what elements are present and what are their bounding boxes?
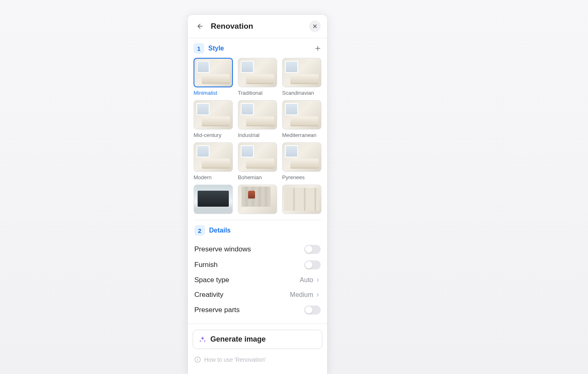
renovation-panel: Renovation 1 Style MinimalistTraditional… xyxy=(188,15,327,374)
style-label: Bohemian xyxy=(238,174,277,180)
style-thumbnail xyxy=(282,58,321,87)
svg-point-7 xyxy=(197,358,198,358)
close-button[interactable] xyxy=(309,21,321,32)
preserve-windows-label: Preserve windows xyxy=(194,245,251,253)
style-thumbnail xyxy=(194,100,233,130)
preserve-parts-label: Preserve parts xyxy=(194,306,240,314)
sparkle-icon xyxy=(199,336,206,343)
arrow-left-icon xyxy=(196,23,204,30)
style-card-item-11[interactable] xyxy=(282,185,321,217)
style-label: Industrial xyxy=(238,132,277,138)
style-card-minimalist[interactable]: Minimalist xyxy=(194,58,233,96)
panel-header: Renovation xyxy=(188,15,327,38)
details-section-title: Details xyxy=(209,227,230,234)
style-card-modern[interactable]: Modern xyxy=(194,142,233,180)
space-type-row: Space type Auto xyxy=(194,273,321,287)
creativity-value: Medium xyxy=(290,291,313,299)
furnish-row: Furnish xyxy=(194,257,321,273)
style-thumbnail xyxy=(238,185,277,214)
style-card-traditional[interactable]: Traditional xyxy=(238,58,277,96)
info-icon xyxy=(194,356,201,363)
style-thumbnail xyxy=(194,185,233,214)
how-to-use-hint[interactable]: How to use 'Renovation' xyxy=(188,352,327,363)
plus-icon xyxy=(314,45,321,52)
style-label: Minimalist xyxy=(194,90,233,96)
step-badge-2: 2 xyxy=(194,225,205,236)
style-card-bohemian[interactable]: Bohemian xyxy=(238,142,277,180)
back-button[interactable] xyxy=(194,21,206,32)
preserve-windows-row: Preserve windows xyxy=(194,242,321,257)
style-label: Mediterranean xyxy=(282,132,321,138)
chevron-right-icon xyxy=(315,292,321,298)
style-thumbnail xyxy=(238,142,277,172)
furnish-toggle[interactable] xyxy=(304,260,321,269)
style-section-title: Style xyxy=(208,45,224,52)
style-label: Pyrenees xyxy=(282,174,321,180)
style-thumbnail xyxy=(238,100,277,130)
style-thumbnail xyxy=(238,58,277,87)
step-badge-1: 1 xyxy=(194,43,204,54)
style-card-industrial[interactable]: Industrial xyxy=(238,100,277,138)
style-label: Modern xyxy=(194,174,233,180)
style-label: Mid-century xyxy=(194,132,233,138)
style-card-item-9[interactable] xyxy=(194,185,233,217)
style-thumbnail xyxy=(194,58,233,87)
style-card-mediterranean[interactable]: Mediterranean xyxy=(282,100,321,138)
details-section: 2 Details Preserve windows Furnish Space… xyxy=(188,223,327,324)
generate-image-label: Generate image xyxy=(210,335,266,344)
style-grid: MinimalistTraditionalScandinavianMid-cen… xyxy=(194,58,321,220)
creativity-select[interactable]: Medium xyxy=(290,291,321,299)
style-card-pyrenees[interactable]: Pyrenees xyxy=(282,142,321,180)
style-label: Scandinavian xyxy=(282,90,321,96)
chevron-right-icon xyxy=(315,277,321,283)
style-section: 1 Style MinimalistTraditionalScandinavia… xyxy=(188,38,327,223)
preserve-windows-toggle[interactable] xyxy=(304,245,321,254)
style-thumbnail xyxy=(282,100,321,130)
space-type-value: Auto xyxy=(300,276,313,284)
style-thumbnail xyxy=(282,185,321,214)
preserve-parts-toggle[interactable] xyxy=(304,306,321,315)
style-thumbnail xyxy=(282,142,321,172)
add-style-button[interactable] xyxy=(314,45,321,52)
generate-image-button[interactable]: Generate image xyxy=(193,330,322,349)
furnish-label: Furnish xyxy=(194,261,218,269)
style-card-item-10[interactable] xyxy=(238,185,277,217)
style-thumbnail xyxy=(194,142,233,172)
close-icon xyxy=(312,23,318,29)
how-to-use-label: How to use 'Renovation' xyxy=(204,356,266,363)
space-type-select[interactable]: Auto xyxy=(300,276,321,284)
style-label: Traditional xyxy=(238,90,277,96)
panel-title: Renovation xyxy=(211,22,253,31)
creativity-row: Creativity Medium xyxy=(194,287,321,302)
preserve-parts-row: Preserve parts xyxy=(194,302,321,318)
space-type-label: Space type xyxy=(194,276,229,284)
creativity-label: Creativity xyxy=(194,291,223,299)
style-card-mid-century[interactable]: Mid-century xyxy=(194,100,233,138)
style-card-scandinavian[interactable]: Scandinavian xyxy=(282,58,321,96)
generate-area: Generate image xyxy=(188,324,327,352)
